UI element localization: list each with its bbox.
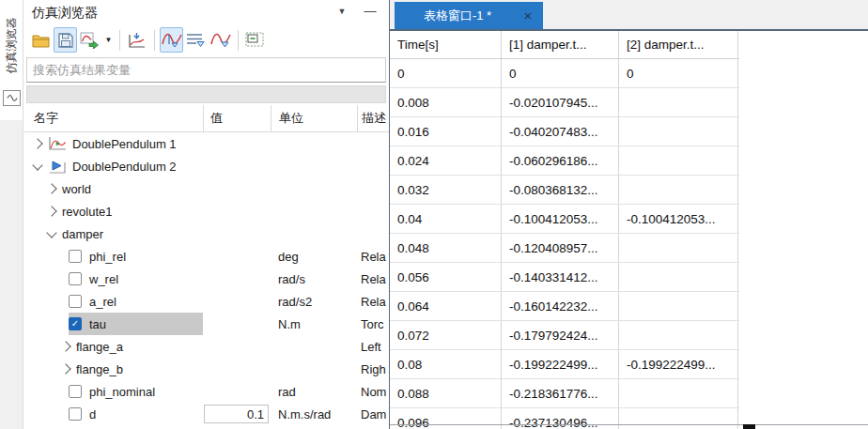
chevron-right-icon[interactable]	[32, 138, 42, 148]
variable-checkbox[interactable]	[69, 407, 82, 421]
curve-filter-button[interactable]	[209, 27, 232, 53]
table-cell[interactable]: 0.088	[390, 379, 502, 407]
table-cell[interactable]: 0.072	[390, 321, 502, 349]
table-header-damper-2[interactable]: [2] damper.t...	[619, 31, 738, 58]
table-header-damper-1[interactable]: [1] damper.t...	[502, 31, 619, 58]
column-header-value[interactable]: 值	[203, 105, 271, 131]
variable-checkbox[interactable]	[69, 272, 82, 285]
dock-tab-simulation-browser[interactable]: 仿真浏览器	[0, 0, 23, 120]
tree-row[interactable]: DoublePendulum 2	[24, 155, 389, 177]
tree-row[interactable]: flange_bRigh	[24, 358, 389, 380]
table-cell[interactable]: 0.016	[390, 117, 502, 146]
table-cell[interactable]	[619, 292, 738, 320]
table-cell[interactable]: 0.008	[390, 88, 502, 116]
tree-row[interactable]: DoublePendulum 1	[24, 132, 389, 155]
export-dropdown-button[interactable]: ▼	[102, 36, 115, 44]
chevron-right-icon[interactable]	[60, 341, 70, 351]
table-row[interactable]: 0.024-0.060296186...	[390, 146, 739, 176]
table-row[interactable]: 0.08-0.199222499...-0.199222499...	[390, 350, 739, 379]
table-row[interactable]: 0.008-0.020107945...	[390, 88, 739, 117]
tree-item[interactable]: d	[69, 403, 203, 425]
table-row[interactable]: 0.096-0.237130496...	[390, 408, 739, 429]
table-row[interactable]: 0.032-0.080368132...	[390, 176, 739, 205]
table-cell[interactable]: 0.032	[390, 176, 502, 204]
column-header-unit[interactable]: 单位	[271, 105, 357, 131]
curve-marker-toggle-button[interactable]	[160, 27, 183, 53]
table-row[interactable]: 0.088-0.218361776...	[390, 379, 739, 408]
tree-item[interactable]: a_rel	[69, 290, 203, 313]
tree-item[interactable]: DoublePendulum 1	[32, 132, 203, 155]
collapse-panel-button[interactable]	[243, 27, 267, 53]
tree-item[interactable]: revolute1	[46, 200, 203, 222]
tree-item[interactable]: phi_nominal	[69, 380, 203, 403]
tree-item[interactable]: flange_a	[60, 335, 203, 358]
table-cell[interactable]: 0	[390, 59, 502, 87]
table-cell[interactable]: 0.08	[390, 350, 502, 378]
table-cell[interactable]	[619, 117, 738, 146]
table-cell[interactable]: -0.100412053...	[619, 205, 738, 233]
tree-row[interactable]: damper	[24, 222, 389, 245]
column-header-desc[interactable]: 描述	[357, 105, 389, 131]
table-row[interactable]: 0.048-0.120408957...	[390, 234, 739, 263]
table-cell[interactable]: -0.237130496...	[502, 408, 619, 429]
list-filter-button[interactable]	[184, 27, 208, 53]
table-cell[interactable]: 0.024	[390, 146, 502, 175]
table-cell[interactable]	[619, 379, 738, 407]
tree-row[interactable]: a_relrad/s2Rela	[24, 290, 389, 313]
search-input[interactable]	[26, 57, 386, 83]
table-cell[interactable]	[619, 408, 738, 429]
table-row[interactable]: 0.016-0.040207483...	[390, 117, 739, 146]
table-cell[interactable]: -0.160142232...	[502, 292, 619, 320]
table-cell[interactable]: 0.04	[390, 205, 502, 233]
column-header-name[interactable]: 名字	[24, 105, 203, 131]
table-cell[interactable]: -0.040207483...	[502, 117, 619, 146]
value-field[interactable]: 0.1	[204, 405, 269, 423]
export-curve-button[interactable]	[78, 27, 101, 53]
tree-item[interactable]: DoublePendulum 2	[32, 155, 203, 177]
table-cell[interactable]: -0.100412053...	[502, 205, 619, 233]
tree-row[interactable]: flange_aLeft	[24, 335, 389, 358]
chevron-down-icon[interactable]	[46, 227, 56, 237]
tree-row[interactable]: phi_reldegRela	[24, 245, 389, 268]
table-row[interactable]: 0.056-0.140331412...	[390, 263, 739, 292]
table-cell[interactable]: -0.140331412...	[502, 263, 619, 291]
tab-table-window-1[interactable]: 表格窗口-1 * ×	[395, 2, 543, 29]
tree-item[interactable]: ✓tau	[69, 313, 203, 335]
table-cell[interactable]: 0.048	[390, 234, 502, 262]
variable-checkbox[interactable]	[69, 250, 82, 263]
table-cell[interactable]: -0.199222499...	[619, 350, 738, 378]
table-cell[interactable]: 0	[502, 59, 619, 87]
tab-close-icon[interactable]: ×	[513, 8, 543, 23]
tree-item[interactable]: w_rel	[69, 268, 203, 290]
table-cell[interactable]: -0.179792424...	[502, 321, 619, 349]
table-cell[interactable]: -0.020107945...	[502, 88, 619, 116]
table-cell[interactable]: 0	[619, 59, 738, 87]
chevron-right-icon[interactable]	[46, 183, 56, 193]
tree-row[interactable]: phi_nominalradNom	[24, 380, 389, 403]
tree-row[interactable]: revolute1	[24, 200, 389, 222]
table-cell[interactable]	[619, 146, 738, 175]
table-cell[interactable]	[619, 88, 738, 116]
variable-checkbox[interactable]	[69, 295, 82, 308]
chevron-right-icon[interactable]	[60, 363, 70, 374]
table-cell[interactable]: -0.218361776...	[502, 379, 619, 407]
tree-row[interactable]: w_relrad/sRela	[24, 268, 389, 290]
table-row[interactable]: 0.064-0.160142232...	[390, 292, 739, 321]
tree-item[interactable]: flange_b	[60, 358, 203, 380]
table-cell[interactable]: -0.120408957...	[502, 234, 619, 262]
table-cell[interactable]	[619, 234, 738, 262]
table-row[interactable]: 000	[390, 59, 739, 88]
tree-row[interactable]: ✓tauN.mTorc	[24, 313, 389, 335]
table-cell[interactable]: -0.060296186...	[502, 146, 619, 175]
table-row[interactable]: 0.04-0.100412053...-0.100412053...	[390, 205, 739, 234]
chevron-right-icon[interactable]	[46, 206, 56, 216]
variable-checkbox[interactable]	[69, 385, 82, 398]
open-result-button[interactable]	[29, 27, 53, 53]
table-cell[interactable]: -0.199222499...	[502, 350, 619, 378]
panel-minimize-button[interactable]: —	[363, 4, 378, 18]
tree-item[interactable]: damper	[46, 222, 203, 245]
load-plot-button[interactable]	[125, 27, 148, 53]
save-result-button[interactable]	[54, 27, 77, 53]
table-row[interactable]: 0.072-0.179792424...	[390, 321, 739, 350]
table-cell[interactable]	[619, 321, 738, 349]
